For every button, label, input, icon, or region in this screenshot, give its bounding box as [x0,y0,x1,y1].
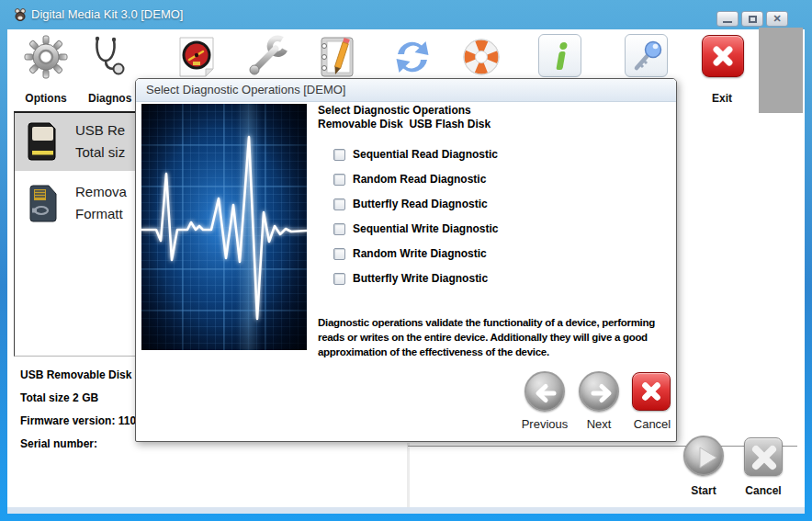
toolbar-label-exit: Exit [694,92,750,105]
checkbox-row-butterfly-write[interactable]: Butterfly Write Diagnostic [333,270,488,287]
info-button[interactable] [538,34,581,77]
diagnostic-dialog: Select Diagnostic Operations [DEMO] [135,78,677,442]
dialog-cancel-button[interactable] [632,372,671,411]
device-item-line2: Formatt [75,206,123,221]
checkbox-label: Random Write Diagnostic [353,247,487,260]
next-label: Next [577,417,621,431]
dialog-titlebar[interactable]: Select Diagnostic Operations [DEMO] [136,79,676,102]
device-item-line1: Remova [75,184,127,199]
checkbox-row-sequential-write[interactable]: Sequential Write Diagnostic [333,221,498,237]
dialog-heading-line1: Select Diagnostic Operations [318,104,491,118]
device-info-firmware: Firmware version: 110 [20,414,136,427]
next-button[interactable] [579,371,619,412]
checkbox-icon[interactable] [333,198,345,210]
exit-icon [707,40,739,72]
maximize-icon [749,16,757,23]
play-icon [685,437,726,478]
start-label: Start [676,484,731,497]
main-cancel-label: Cancel [736,484,791,497]
device-info-serial: Serial number: [20,437,97,450]
refresh-icon[interactable] [390,35,434,79]
close-button[interactable]: ✕ [766,11,788,27]
dialog-description: Diagnostic operations validate the funct… [318,315,683,359]
app-icon [13,7,28,22]
close-icon: ✕ [773,14,781,24]
window-titlebar[interactable]: Digital Media Kit 3.0 [DEMO] ✕ [0,0,812,29]
device-item-line2: Total siz [75,144,125,160]
gear-icon[interactable] [24,35,68,79]
toolbar-label-options: Options [13,92,79,105]
start-button[interactable] [683,436,724,476]
key-button[interactable] [625,34,668,77]
arrow-left-icon [526,373,567,413]
device-info-name: USB Removable Disk U [20,368,142,381]
checkbox-row-sequential-read[interactable]: Sequential Read Diagnostic [333,146,498,163]
exit-button[interactable] [702,35,744,77]
checkbox-label: Butterfly Read Diagnostic [353,198,488,210]
checkbox-icon[interactable] [333,223,345,235]
maximize-button[interactable] [741,11,763,27]
device-item-line1: USB Re [75,122,125,138]
dialog-heading-line2: Removable Disk USB Flash Disk [318,118,491,131]
arrow-right-icon [581,373,621,413]
checkbox-icon[interactable] [333,149,345,161]
checkbox-row-butterfly-read[interactable]: Butterfly Read Diagnostic [333,196,488,212]
gauge-icon[interactable] [175,35,219,79]
stethoscope-icon[interactable] [85,35,129,79]
toolbar-label-diagnostics: Diagnos [88,92,131,105]
previous-button[interactable] [524,371,565,412]
gray-panel [759,28,803,113]
previous-label: Previous [515,417,574,431]
checkbox-icon[interactable] [333,248,345,260]
dialog-title: Select Diagnostic Operations [DEMO] [146,83,345,96]
cancel-x-icon [745,438,784,477]
checkbox-label: Butterfly Write Diagnostic [353,272,488,285]
dialog-cancel-label: Cancel [626,417,678,431]
app-window: Digital Media Kit 3.0 [DEMO] ✕ [0,0,812,521]
key-icon [628,38,665,74]
checkbox-label: Sequential Write Diagnostic [353,222,498,235]
checkbox-row-random-read[interactable]: Random Read Diagnostic [333,171,486,187]
checkbox-row-random-write[interactable]: Random Write Diagnostic [333,245,487,262]
ekg-pulse-image [141,104,307,350]
checkbox-icon[interactable] [333,273,345,285]
device-info-size: Total size 2 GB [20,391,98,404]
main-cancel-button[interactable] [744,437,783,476]
usb-flash-drive-icon [22,120,64,163]
cancel-x-icon [637,377,666,406]
checkbox-label: Random Read Diagnostic [353,173,486,186]
checkbox-icon[interactable] [333,174,345,186]
info-icon [542,38,579,74]
checkbox-label: Sequential Read Diagnostic [353,148,498,161]
minimize-icon [723,21,732,23]
sd-card-icon [22,182,64,224]
horizontal-separator [408,446,797,447]
minimize-button[interactable] [716,11,739,27]
notepad-icon[interactable] [315,35,359,79]
vertical-separator [407,443,410,508]
bottom-strip [7,507,805,514]
wrench-icon[interactable] [242,35,292,79]
lifebuoy-icon[interactable] [459,35,503,79]
window-title: Digital Media Kit 3.0 [DEMO] [31,7,183,21]
